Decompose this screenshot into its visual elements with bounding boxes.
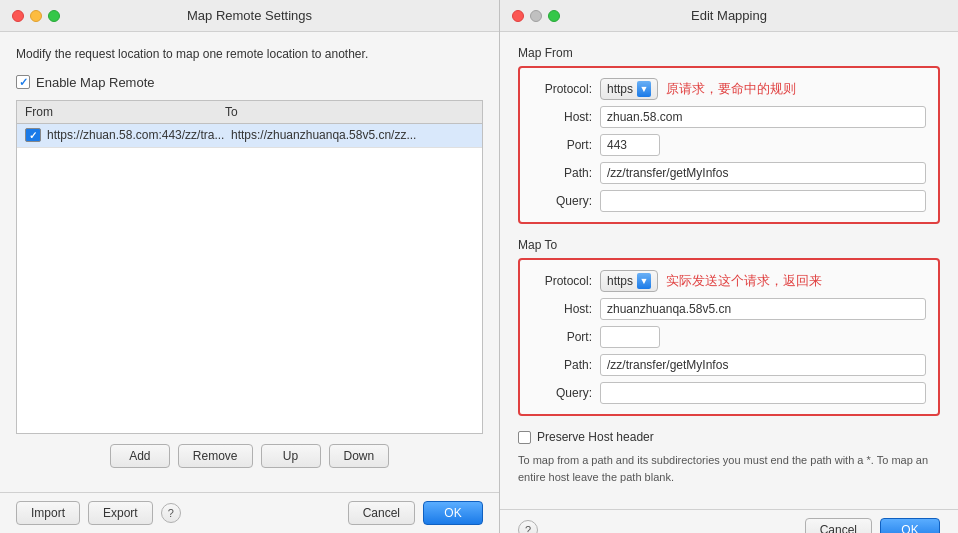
to-protocol-row: Protocol: https ▼ 实际发送这个请求，返回来	[532, 270, 926, 292]
from-path-label: Path:	[532, 166, 592, 180]
enable-label: Enable Map Remote	[36, 75, 155, 90]
ok-button-left[interactable]: OK	[423, 501, 483, 525]
right-title-bar: Edit Mapping	[500, 0, 958, 32]
from-path-row: Path:	[532, 162, 926, 184]
to-protocol-arrow: ▼	[637, 273, 651, 289]
col-to-header: To	[225, 105, 474, 119]
cancel-button-left[interactable]: Cancel	[348, 501, 415, 525]
cancel-button-right[interactable]: Cancel	[805, 518, 872, 533]
right-panel: Edit Mapping Map From Protocol: https ▼ …	[500, 0, 958, 533]
to-protocol-row-inner: https ▼ 实际发送这个请求，返回来	[600, 270, 822, 292]
right-bottom-bar: ? Cancel OK	[500, 509, 958, 533]
right-window-title: Edit Mapping	[691, 8, 767, 23]
row-from: https://zhuan.58.com:443/zz/tra...	[47, 128, 231, 142]
from-port-label: Port:	[532, 138, 592, 152]
table-row[interactable]: https://zhuan.58.com:443/zz/tra... https…	[17, 124, 482, 148]
from-annotation: 原请求，要命中的规则	[666, 80, 796, 98]
col-from-header: From	[25, 105, 225, 119]
right-bottom-right: Cancel OK	[805, 518, 940, 533]
traffic-lights-right	[512, 10, 560, 22]
to-host-input[interactable]	[600, 298, 926, 320]
from-protocol-arrow: ▼	[637, 81, 651, 97]
minimize-button-left[interactable]	[30, 10, 42, 22]
enable-checkbox[interactable]	[16, 75, 30, 89]
left-panel: Map Remote Settings Modify the request l…	[0, 0, 500, 533]
export-button[interactable]: Export	[88, 501, 153, 525]
row-checkbox[interactable]	[25, 128, 41, 142]
from-host-input[interactable]	[600, 106, 926, 128]
table-header: From To	[17, 101, 482, 124]
to-port-input[interactable]	[600, 326, 660, 348]
help-button-right[interactable]: ?	[518, 520, 538, 533]
to-query-input[interactable]	[600, 382, 926, 404]
to-path-label: Path:	[532, 358, 592, 372]
to-host-row: Host:	[532, 298, 926, 320]
left-title-bar: Map Remote Settings	[0, 0, 499, 32]
from-query-input[interactable]	[600, 190, 926, 212]
close-button-right[interactable]	[512, 10, 524, 22]
to-path-row: Path:	[532, 354, 926, 376]
map-from-label: Map From	[518, 46, 940, 60]
down-button[interactable]: Down	[329, 444, 390, 468]
to-port-label: Port:	[532, 330, 592, 344]
to-port-row: Port:	[532, 326, 926, 348]
up-button[interactable]: Up	[261, 444, 321, 468]
maximize-button-left[interactable]	[48, 10, 60, 22]
traffic-lights-left	[12, 10, 60, 22]
description-text: Modify the request location to map one r…	[16, 46, 483, 63]
row-to: https://zhuanzhuanqa.58v5.cn/zz...	[231, 128, 474, 142]
to-query-label: Query:	[532, 386, 592, 400]
preserve-row: Preserve Host header	[518, 430, 940, 444]
enable-row: Enable Map Remote	[16, 75, 483, 90]
map-to-section: Protocol: https ▼ 实际发送这个请求，返回来 Host: Por…	[518, 258, 940, 416]
to-path-input[interactable]	[600, 354, 926, 376]
from-protocol-row-inner: https ▼ 原请求，要命中的规则	[600, 78, 796, 100]
to-protocol-label: Protocol:	[532, 274, 592, 288]
from-host-label: Host:	[532, 110, 592, 124]
from-protocol-row: Protocol: https ▼ 原请求，要命中的规则	[532, 78, 926, 100]
map-to-label: Map To	[518, 238, 940, 252]
note-text: To map from a path and its subdirectorie…	[518, 452, 940, 485]
to-query-row: Query:	[532, 382, 926, 404]
from-port-row: Port:	[532, 134, 926, 156]
from-protocol-label: Protocol:	[532, 82, 592, 96]
from-path-input[interactable]	[600, 162, 926, 184]
close-button-left[interactable]	[12, 10, 24, 22]
from-port-input[interactable]	[600, 134, 660, 156]
ok-button-right[interactable]: OK	[880, 518, 940, 533]
right-content: Map From Protocol: https ▼ 原请求，要命中的规则 Ho…	[500, 32, 958, 509]
right-bottom-left: ?	[518, 520, 805, 533]
preserve-label: Preserve Host header	[537, 430, 654, 444]
from-query-label: Query:	[532, 194, 592, 208]
to-protocol-select[interactable]: https ▼	[600, 270, 658, 292]
table-buttons: Add Remove Up Down	[16, 444, 483, 468]
from-host-row: Host:	[532, 106, 926, 128]
from-query-row: Query:	[532, 190, 926, 212]
preserve-checkbox[interactable]	[518, 431, 531, 444]
map-from-section: Protocol: https ▼ 原请求，要命中的规则 Host: Port:	[518, 66, 940, 224]
help-button-left[interactable]: ?	[161, 503, 181, 523]
to-host-label: Host:	[532, 302, 592, 316]
remove-button[interactable]: Remove	[178, 444, 253, 468]
bottom-left: Import Export ?	[16, 501, 348, 525]
left-window-title: Map Remote Settings	[187, 8, 312, 23]
to-annotation: 实际发送这个请求，返回来	[666, 272, 822, 290]
left-bottom-bar: Import Export ? Cancel OK	[0, 492, 499, 533]
import-button[interactable]: Import	[16, 501, 80, 525]
add-button[interactable]: Add	[110, 444, 170, 468]
from-protocol-select[interactable]: https ▼	[600, 78, 658, 100]
left-content: Modify the request location to map one r…	[0, 32, 499, 492]
minimize-button-right[interactable]	[530, 10, 542, 22]
to-protocol-value: https	[607, 274, 633, 288]
bottom-right: Cancel OK	[348, 501, 483, 525]
from-protocol-value: https	[607, 82, 633, 96]
maximize-button-right[interactable]	[548, 10, 560, 22]
mapping-table: From To https://zhuan.58.com:443/zz/tra.…	[16, 100, 483, 434]
